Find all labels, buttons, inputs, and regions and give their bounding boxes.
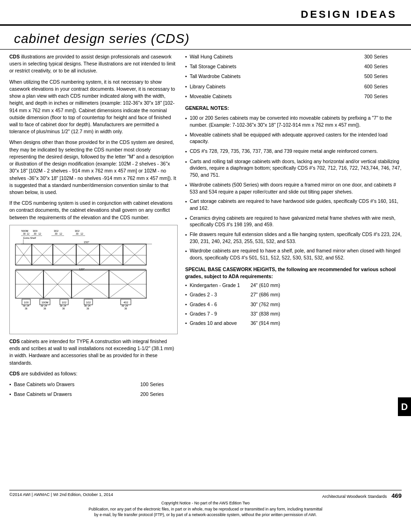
note-text-4: Wardrobe cabinets (500 Series) with door… — [190, 181, 402, 195]
r-label-3: Library Cabinets — [190, 83, 355, 90]
svg-text:30: 30 — [41, 304, 43, 307]
intro-para1: CDS illustrations are provided to assist… — [9, 53, 178, 75]
note-text-3: Carts and rolling tall storage cabinets … — [190, 158, 402, 179]
general-notes-list: • 100 or 200 Series cabinets may be conv… — [185, 115, 402, 261]
r-num-2: 500 Series — [364, 73, 402, 80]
note-0: • 100 or 200 Series cabinets may be conv… — [185, 115, 402, 128]
intro-para3: When designs other than those provided f… — [9, 139, 178, 196]
cds-type-a-text: cabinets are intended for TYPE A constru… — [9, 338, 174, 366]
series-label-0: Base Cabinets w/o Drawers — [14, 381, 131, 388]
grade-label-1: Grades 2 - 3 — [190, 291, 251, 298]
note-text-0: 100 or 200 Series cabinets may be conver… — [190, 115, 402, 128]
grade-label-4: Grades 10 and above — [190, 320, 251, 327]
grade-val-0: 24" (610 mm) — [251, 282, 402, 289]
note-3: • Carts and rolling tall storage cabinet… — [185, 158, 402, 179]
svg-text:30: 30 — [23, 232, 26, 235]
grade-0: • Kindergarten - Grade 1 24" (610 mm) — [185, 282, 402, 289]
intro-para2: When utilizing the CDS numbering system,… — [9, 79, 178, 136]
cds-subdivided-text: are subdivided as follows: — [20, 371, 77, 376]
r-label-4: Moveable Cabinets — [190, 93, 355, 100]
cds-type-a-para: CDS cabinets are intended for TYPE A con… — [9, 338, 178, 367]
right-series-4: • Moveable Cabinets 700 Series — [185, 93, 402, 100]
r-bullet-0: • — [185, 53, 187, 60]
cabinet-diagram-svg: 500M 30 12 300 30 12 302 30 12 302 30 12 — [12, 227, 160, 330]
page: D DESIGN IDEAS cabinet design series (CD… — [0, 0, 411, 532]
grade-4: • Grades 10 and above 36" (914 mm) — [185, 320, 402, 327]
tab-d: D — [398, 397, 411, 416]
footer-right-text: Architectural Woodwork Standards — [322, 494, 387, 499]
note-bullet-4: • — [185, 182, 187, 195]
svg-text:12: 12 — [27, 232, 29, 235]
r-num-3: 600 Series — [364, 83, 402, 90]
series-list: • Base Cabinets w/o Drawers 100 Series •… — [9, 381, 178, 398]
right-series-0: • Wall Hung Cabinets 300 Series — [185, 53, 402, 60]
page-title: cabinet design series (CDS) — [14, 31, 397, 46]
series-item-0: • Base Cabinets w/o Drawers 100 Series — [9, 381, 178, 388]
note-text-8: Wardrobe cabinets are required to have a… — [190, 247, 402, 261]
note-2: • CDS #'s 728, 729, 735, 736, 737, 738, … — [185, 148, 402, 155]
r-bullet-4: • — [185, 93, 187, 100]
r-label-2: Tall Wardrobe Cabinets — [190, 73, 355, 80]
r-num-4: 700 Series — [364, 93, 402, 100]
intro-text-1: illustrations are provided to assist des… — [9, 54, 175, 73]
svg-text:36: 36 — [87, 307, 89, 310]
grade-val-2: 30" (762 mm) — [251, 301, 402, 308]
grade-bullet-0: • — [185, 282, 187, 289]
note-bullet-1: • — [185, 132, 187, 145]
series-num-1: 200 Series — [140, 391, 178, 398]
grade-bullet-3: • — [185, 310, 187, 317]
r-bullet-2: • — [185, 73, 187, 80]
grade-bullet-2: • — [185, 301, 187, 308]
note-bullet-3: • — [185, 158, 187, 179]
right-column: • Wall Hung Cabinets 300 Series • Tall S… — [185, 53, 402, 401]
r-bullet-3: • — [185, 83, 187, 90]
svg-text:102: 102 — [62, 301, 67, 304]
svg-text:402: 402 — [123, 301, 129, 304]
bullet-0: • — [9, 381, 11, 388]
cds-bold-3: CDS — [9, 371, 20, 376]
diagram-area: 500M 30 12 300 30 12 302 30 12 302 30 12 — [9, 225, 178, 334]
cds-bold-2: CDS — [9, 338, 20, 344]
svg-text:150": 150" — [84, 241, 89, 244]
footer-notice2: Publication, nor any part of the electro… — [9, 506, 402, 512]
svg-text:12: 12 — [38, 232, 41, 235]
special-bold: SPECIAL BASE CASEWORK HEIGHTS — [185, 266, 275, 272]
note-bullet-2: • — [185, 148, 187, 155]
right-series-3: • Library Cabinets 600 Series — [185, 83, 402, 90]
note-6: • Ceramics drying cabinets are required … — [185, 215, 402, 228]
note-text-1: Moveable cabinets shall be equipped with… — [190, 131, 402, 145]
intro-para4: If the CDS numbering system is used in c… — [9, 200, 178, 221]
note-text-5: Cart storage cabinets are required to ha… — [190, 198, 402, 211]
grade-val-1: 27" (686 mm) — [251, 291, 402, 298]
grade-label-0: Kindergarten - Grade 1 — [190, 282, 251, 289]
r-bullet-1: • — [185, 63, 187, 70]
svg-text:36: 36 — [62, 307, 65, 310]
note-text-7: File drawers require full extension slid… — [190, 231, 402, 244]
svg-text:Extra Shelf: Extra Shelf — [23, 237, 36, 239]
grades-list: • Kindergarten - Grade 1 24" (610 mm) • … — [185, 282, 402, 327]
note-5: • Cart storage cabinets are required to … — [185, 198, 402, 211]
svg-text:30: 30 — [76, 232, 79, 235]
bullet-1: • — [9, 391, 11, 398]
left-column: CDS illustrations are provided to assist… — [9, 53, 178, 401]
note-1: • Moveable cabinets shall be equipped wi… — [185, 131, 402, 145]
grade-bullet-4: • — [185, 320, 187, 327]
svg-text:12: 12 — [80, 232, 83, 235]
note-bullet-0: • — [185, 115, 187, 128]
grade-2: • Grades 4 - 6 30" (762 mm) — [185, 301, 402, 308]
note-bullet-8: • — [185, 248, 187, 261]
svg-text:100M: 100M — [41, 301, 48, 304]
footer-bottom: Copyright Notice - No part of the AWS Ed… — [9, 500, 402, 518]
svg-text:102: 102 — [86, 301, 91, 304]
series-label-1: Base Cabinets w/ Drawers — [14, 391, 131, 398]
footer-notice1: Copyright Notice - No part of the AWS Ed… — [9, 500, 402, 506]
r-label-1: Tall Storage Cabinets — [190, 63, 355, 70]
grade-1: • Grades 2 - 3 27" (686 mm) — [185, 291, 402, 298]
svg-text:30: 30 — [122, 304, 124, 307]
grade-bullet-1: • — [185, 291, 187, 298]
general-notes-header: GENERAL NOTES: — [185, 105, 402, 112]
footer-top: ©2014 AWI | AWMAC | WI 2nd Edition, Octo… — [9, 490, 402, 499]
grade-label-2: Grades 4 - 6 — [190, 301, 251, 308]
svg-text:36: 36 — [43, 307, 46, 310]
r-num-0: 300 Series — [364, 53, 402, 60]
